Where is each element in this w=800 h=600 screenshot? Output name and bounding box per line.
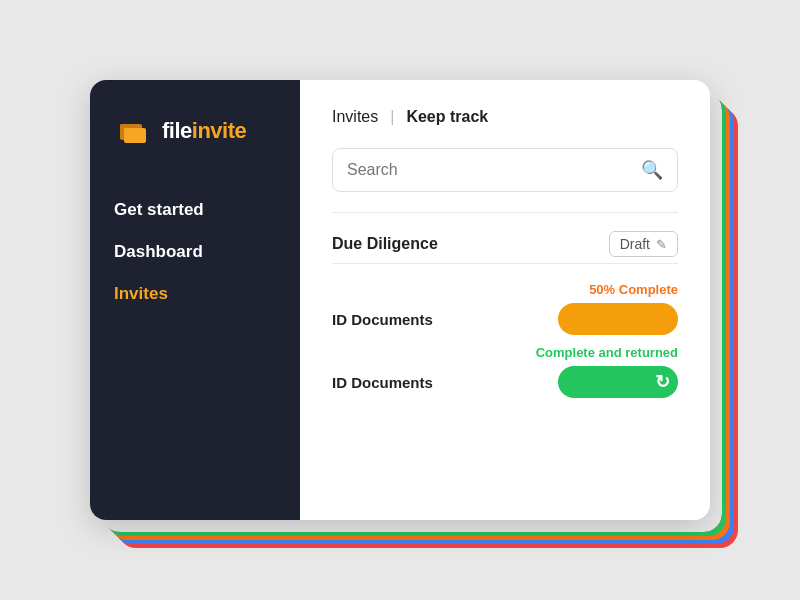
divider-2 [332, 263, 678, 264]
divider-1 [332, 212, 678, 213]
item-label-2: ID Documents [332, 374, 433, 391]
search-box[interactable]: 🔍 [332, 148, 678, 192]
due-diligence-row: Due Diligence Draft ✎ [332, 231, 678, 257]
logo-text: fileinvite [162, 118, 246, 144]
header-keep-track-label: Keep track [406, 108, 488, 126]
draft-badge-label: Draft [620, 236, 650, 252]
status-text-1: 50% Complete [332, 282, 678, 297]
search-input[interactable] [347, 161, 641, 179]
sidebar-nav: Get started Dashboard Invites [114, 198, 276, 306]
header-invites-label: Invites [332, 108, 378, 126]
due-diligence-label: Due Diligence [332, 235, 438, 253]
search-icon: 🔍 [641, 159, 663, 181]
sidebar-item-invites[interactable]: Invites [114, 282, 276, 306]
item-section-2: Complete and returned ID Documents ↻ [332, 345, 678, 398]
item-row-2: ID Documents ↻ [332, 366, 678, 398]
sidebar: fileinvite Get started Dashboard Invites [90, 80, 300, 520]
card-wrapper: fileinvite Get started Dashboard Invites… [90, 80, 710, 520]
item-section-1: 50% Complete ID Documents [332, 282, 678, 335]
header-row: Invites | Keep track [332, 108, 678, 126]
refresh-icon: ↻ [655, 371, 670, 393]
edit-icon: ✎ [656, 237, 667, 252]
draft-badge[interactable]: Draft ✎ [609, 231, 678, 257]
sidebar-item-get-started[interactable]: Get started [114, 198, 276, 222]
logo-icon [114, 112, 152, 150]
header-divider: | [390, 108, 394, 126]
item-label-1: ID Documents [332, 311, 433, 328]
main-card: fileinvite Get started Dashboard Invites… [90, 80, 710, 520]
status-text-2: Complete and returned [332, 345, 678, 360]
progress-pill-green: ↻ [558, 366, 678, 398]
main-content: Invites | Keep track 🔍 Due Diligence Dra… [300, 80, 710, 520]
item-row-1: ID Documents [332, 303, 678, 335]
progress-pill-orange [558, 303, 678, 335]
sidebar-item-dashboard[interactable]: Dashboard [114, 240, 276, 264]
logo-area: fileinvite [114, 112, 276, 150]
